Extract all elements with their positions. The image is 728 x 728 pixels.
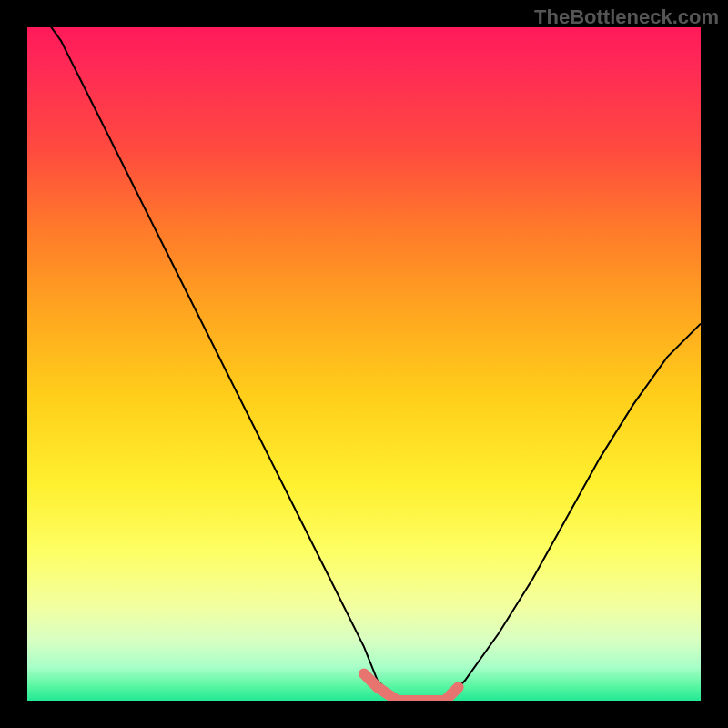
- bottleneck-curve: [27, 27, 701, 701]
- attribution-text: TheBottleneck.com: [534, 5, 719, 29]
- valley-highlight: [364, 673, 459, 701]
- chart-svg: [27, 27, 701, 701]
- plot-area: [27, 27, 701, 701]
